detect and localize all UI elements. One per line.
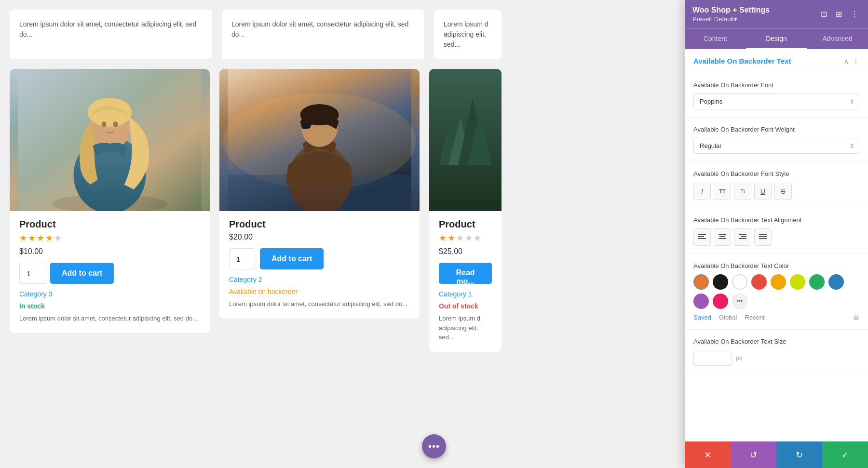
text-size-input[interactable]: [693, 350, 732, 366]
tab-design[interactable]: Design: [746, 29, 807, 49]
product-2-backorder: Available on backorder: [229, 288, 410, 295]
section-title: Available On Backorder Text: [693, 57, 791, 65]
panel-header: Woo Shop + Settings Preset: Default▾ ⊡ ⊞…: [685, 0, 868, 28]
section-collapse-icon[interactable]: ∧: [844, 57, 849, 65]
product-3-price: $25.00: [439, 247, 492, 256]
color-swatch-more[interactable]: •••: [732, 294, 747, 309]
panel-icon-expand[interactable]: ⊡: [819, 8, 829, 21]
style-btn-underline[interactable]: U: [754, 183, 772, 200]
product-3-category[interactable]: Category 1: [439, 290, 472, 298]
style-btn-capitalize[interactable]: Tt: [734, 183, 751, 200]
panel-icon-more[interactable]: ⋮: [849, 8, 860, 21]
color-swatch-orange[interactable]: [693, 274, 709, 290]
color-swatch-white[interactable]: [732, 274, 747, 290]
color-tab-saved[interactable]: Saved: [693, 314, 711, 321]
footer-redo-btn[interactable]: ↻: [776, 441, 822, 468]
product-2-qty[interactable]: [229, 248, 255, 269]
text-size-field: Available On Backorder Text Size px: [685, 330, 868, 374]
svg-point-7: [113, 121, 118, 127]
product-1-image: [10, 69, 210, 211]
svg-rect-21: [719, 236, 725, 237]
footer-undo-btn[interactable]: ↺: [731, 441, 776, 468]
svg-rect-19: [698, 238, 706, 239]
style-btn-uppercase[interactable]: TT: [714, 183, 731, 200]
text-color-field: Available On Backorder Text Color ••• Sa…: [685, 254, 868, 330]
panel-title: Woo Shop + Settings: [692, 6, 770, 14]
color-swatch-pink[interactable]: [713, 294, 728, 309]
font-weight-select-wrapper: Regular Bold Light: [693, 138, 859, 154]
style-btn-strikethrough[interactable]: S: [774, 183, 792, 200]
color-settings-icon[interactable]: ⚙: [853, 314, 859, 321]
style-btn-italic[interactable]: I: [693, 183, 711, 200]
top-card-1-text: Lorem ipsum dolor sit amet, consectetur …: [19, 19, 203, 40]
text-size-label: Available On Backorder Text Size: [693, 337, 859, 346]
color-swatch-blue[interactable]: [828, 274, 844, 290]
color-swatch-purple[interactable]: [693, 294, 709, 309]
product-3-read-more[interactable]: Read mo...: [439, 263, 492, 284]
align-right-btn[interactable]: [734, 228, 751, 246]
color-swatch-green[interactable]: [809, 274, 825, 290]
svg-rect-28: [759, 238, 767, 239]
panel-header-icons: ⊡ ⊞ ⋮: [819, 8, 860, 21]
color-tab-global[interactable]: Global: [719, 314, 737, 321]
product-3-body: Product ★ ★ ★ ★ ★ $25.00 Read mo... Cate…: [429, 211, 502, 352]
product-1-price: $10.00: [19, 247, 200, 256]
svg-rect-20: [719, 234, 726, 235]
product-1-stock: In stock: [19, 302, 200, 310]
product-card-2: Product $20.00 Add to cart Category 2 Av…: [219, 69, 420, 319]
section-backorder-header: Available On Backorder Text ∧ ⋮: [685, 49, 868, 73]
tab-advanced[interactable]: Advanced: [807, 29, 868, 49]
product-1-category[interactable]: Category 3: [19, 290, 52, 298]
svg-rect-17: [698, 234, 706, 235]
product-3-desc: Lorem ipsum d adipiscing elit, sed...: [439, 314, 492, 342]
product-3-stars: ★ ★ ★ ★ ★: [439, 233, 492, 243]
font-select[interactable]: Poppins Arial Roboto: [693, 94, 859, 109]
top-card-2-text: Lorem ipsum dolor sit amet, consectetur …: [231, 19, 415, 40]
product-1-add-row: Add to cart: [19, 263, 200, 284]
color-swatch-red[interactable]: [751, 274, 767, 290]
top-card-3: Lorem ipsum d adipiscing elit, sed...: [434, 10, 502, 59]
align-center-btn[interactable]: [714, 228, 731, 246]
product-3-image: [429, 69, 502, 211]
svg-rect-26: [759, 234, 767, 235]
product-1-stars: ★ ★ ★ ★ ★: [19, 233, 200, 243]
color-swatch-yellow[interactable]: [771, 274, 786, 290]
color-tab-recent[interactable]: Recent: [745, 314, 764, 321]
product-1-qty[interactable]: [19, 263, 45, 284]
font-style-label: Available On Backorder Font Style: [693, 170, 859, 178]
top-card-2: Lorem ipsum dolor sit amet, consectetur …: [222, 10, 424, 59]
align-justify-btn[interactable]: [754, 228, 772, 246]
product-2-add-to-cart[interactable]: Add to cart: [260, 248, 324, 269]
product-card-3: Product ★ ★ ★ ★ ★ $25.00 Read mo... Cate…: [429, 69, 502, 352]
product-1-add-to-cart[interactable]: Add to cart: [50, 263, 114, 284]
text-align-label: Available On Backorder Text Alignment: [693, 216, 859, 225]
text-size-unit: px: [736, 355, 742, 361]
tab-content[interactable]: Content: [685, 29, 746, 49]
color-swatch-black[interactable]: [713, 274, 728, 290]
svg-rect-15: [301, 123, 311, 129]
font-select-wrapper: Poppins Arial Roboto: [693, 94, 859, 109]
panel-icon-layout[interactable]: ⊞: [834, 8, 844, 21]
footer-save-btn[interactable]: ✓: [822, 441, 868, 468]
svg-rect-22: [719, 238, 726, 239]
product-1-title: Product: [19, 219, 200, 230]
product-1-desc: Lorem ipsum dolor sit amet, consectetur …: [19, 314, 200, 323]
product-2-title: Product: [229, 219, 410, 230]
svg-rect-25: [739, 238, 746, 239]
align-left-btn[interactable]: [693, 228, 711, 246]
color-swatches: •••: [693, 274, 859, 309]
font-weight-label: Available On Backorder Font Weight: [693, 125, 859, 134]
color-swatch-lime[interactable]: [790, 274, 805, 290]
font-style-buttons: I TT Tt U S: [693, 183, 859, 200]
footer-cancel-btn[interactable]: ✕: [685, 441, 731, 468]
float-menu-button[interactable]: •••: [422, 434, 446, 458]
text-align-field: Available On Backorder Text Alignment: [685, 208, 868, 254]
product-2-desc: Lorem ipsum dolor sit amet, consectetur …: [229, 299, 410, 309]
panel-preset[interactable]: Preset: Default▾: [692, 15, 770, 23]
svg-rect-18: [698, 236, 704, 237]
font-style-field: Available On Backorder Font Style I TT T…: [685, 162, 868, 208]
product-2-category[interactable]: Category 2: [229, 276, 262, 283]
font-weight-select[interactable]: Regular Bold Light: [693, 138, 859, 154]
product-2-price: $20.00: [229, 233, 410, 241]
section-menu-icon[interactable]: ⋮: [853, 57, 859, 65]
